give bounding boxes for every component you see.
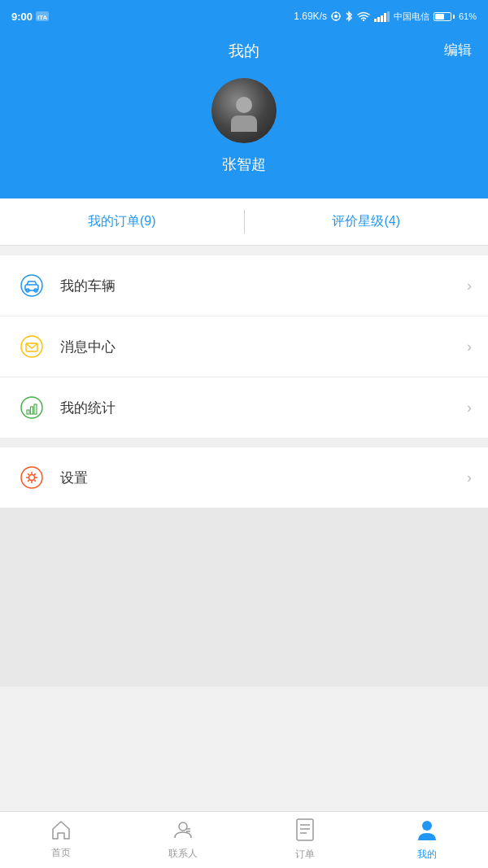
chevron-icon-message: ›	[467, 338, 472, 355]
svg-rect-18	[34, 404, 37, 414]
settings-label: 设置	[60, 469, 467, 487]
menu-item-vehicle[interactable]: 我的车辆 ›	[0, 255, 488, 316]
car-icon	[16, 270, 47, 301]
rating-stat[interactable]: 评价星级(4)	[245, 198, 489, 245]
orders-stat[interactable]: 我的订单(9)	[0, 198, 244, 245]
bottom-nav: 首页 联系人 订单	[0, 811, 488, 868]
menu-item-message[interactable]: 消息中心 ›	[0, 316, 488, 377]
envelope-icon	[16, 331, 47, 362]
nav-home-label: 首页	[51, 846, 71, 860]
svg-point-9	[21, 275, 42, 296]
chevron-icon-vehicle: ›	[467, 277, 472, 294]
signal-icon	[374, 11, 390, 22]
svg-point-8	[363, 20, 364, 21]
nav-orders-label: 订单	[295, 848, 315, 861]
chevron-icon-stats: ›	[467, 399, 472, 417]
chart-icon	[16, 392, 47, 423]
nav-contacts-label: 联系人	[168, 847, 198, 861]
person-icon	[172, 819, 194, 844]
carrier-label: 中国电信	[394, 11, 429, 23]
svg-point-20	[29, 475, 35, 481]
stats-row: 我的订单(9) 评价星级(4)	[0, 198, 488, 246]
svg-point-28	[422, 821, 432, 831]
username-label: 张智超	[16, 155, 472, 174]
svg-rect-10	[25, 285, 38, 290]
message-label: 消息中心	[60, 338, 467, 356]
svg-point-15	[21, 397, 42, 418]
svg-point-19	[21, 467, 42, 488]
wifi-icon	[357, 11, 370, 21]
edit-button[interactable]: 编辑	[444, 41, 472, 59]
svg-rect-24	[297, 819, 313, 840]
time: 9:00	[11, 11, 33, 23]
svg-point-21	[179, 822, 187, 831]
network-speed: 1.69K/s	[294, 11, 327, 22]
app-icon: iTA	[36, 11, 49, 21]
bluetooth-icon	[345, 11, 353, 22]
gps-icon	[331, 11, 341, 21]
battery-indicator	[434, 12, 455, 21]
nav-mine-label: 我的	[417, 848, 437, 861]
chevron-icon-settings: ›	[467, 469, 472, 486]
settings-section: 设置 ›	[0, 447, 488, 508]
mystats-label: 我的统计	[60, 399, 467, 417]
svg-rect-17	[31, 407, 33, 414]
vehicle-label: 我的车辆	[60, 277, 467, 295]
avatar-wrap	[16, 78, 472, 143]
nav-contacts[interactable]: 联系人	[122, 812, 244, 868]
svg-text:iTA: iTA	[37, 14, 48, 21]
profile-header: 我的 编辑 张智超	[0, 33, 488, 198]
svg-rect-16	[27, 410, 29, 414]
nav-home[interactable]: 首页	[0, 812, 122, 868]
menu-item-settings[interactable]: 设置 ›	[0, 447, 488, 508]
doc-icon	[295, 818, 315, 844]
nav-orders[interactable]: 订单	[244, 812, 366, 868]
home-icon	[50, 820, 72, 843]
svg-point-3	[334, 15, 338, 18]
gear-icon	[16, 462, 47, 493]
page-title: 我的	[16, 41, 472, 62]
nav-mine[interactable]: 我的	[366, 812, 488, 868]
user-icon	[416, 818, 438, 844]
status-bar: 9:00 iTA 1.69K/s	[0, 0, 488, 33]
empty-space	[0, 508, 488, 687]
menu-item-mystats[interactable]: 我的统计 ›	[0, 377, 488, 438]
svg-point-13	[21, 336, 42, 357]
menu-section: 我的车辆 › 消息中心 ›	[0, 255, 488, 438]
avatar[interactable]	[211, 78, 277, 143]
battery-percent: 61%	[459, 11, 477, 21]
